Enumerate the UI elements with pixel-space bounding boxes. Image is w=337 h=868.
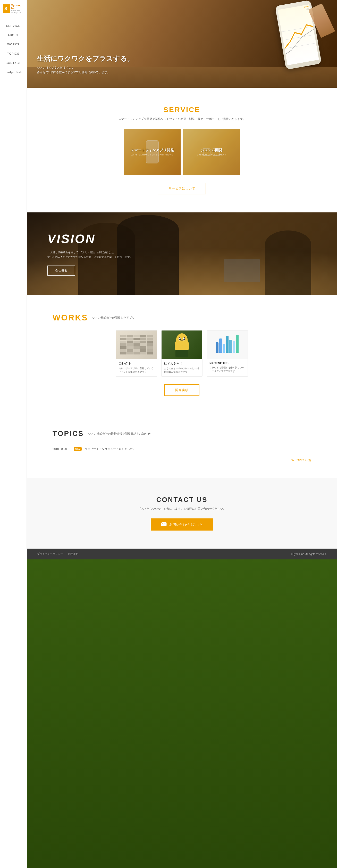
footer-links: プライバシーポリシー 利用規約: [37, 552, 78, 556]
work-card-yuzukasha-img: [162, 331, 202, 359]
topic-item: 2018.08.20 NEW ウェブサイトをリニューアルしました。: [53, 444, 311, 454]
topic-date: 2018.08.20: [53, 447, 71, 451]
topics-list: 2018.08.20 NEW ウェブサイトをリニューアルしました。: [53, 444, 311, 454]
logo-text: Synon, Inc. Works with Smartphone: [11, 4, 24, 13]
vision-text: 「人材と技術革新を通じて、"文化・言語・組域を超えた、 すべての人々の生活が豊か…: [47, 250, 132, 259]
service-card-smartphone-title: スマートフォンアプリ開発: [131, 148, 174, 153]
service-card-smartphone-en: APPLICATIONS FOR SMARTPHONE: [131, 154, 173, 156]
service-card-system-title: システム開発: [201, 148, 222, 153]
topics-header: TOPICS シノン株式会社の最新情報や開発日記をお知らせ: [53, 430, 311, 438]
nav-topics[interactable]: TOPICS: [0, 49, 27, 58]
works-cards: コレクト カレンダーアプリに登録しているイベントを集計するアプリ: [53, 330, 311, 377]
works-header: WORKS シノン株式会社が開発したアプリ: [53, 313, 311, 322]
contact-section: CONTACT US 「あったらいいな」を形にします。お気軽にお問い合わせくださ…: [27, 478, 337, 549]
main-content: 19,060 1,0.55 生活にワクワクをプラスする。 シノンはビジネスだけで…: [27, 0, 337, 559]
service-cards: スマートフォンアプリ開発 APPLICATIONS FOR SMARTPHONE…: [53, 129, 311, 175]
logo-company-name: Synon, Inc.: [11, 4, 24, 10]
work-pacenotes-name: PACENOTES: [209, 362, 245, 365]
service-card-smartphone[interactable]: スマートフォンアプリ開発 APPLICATIONS FOR SMARTPHONE: [124, 129, 180, 175]
contact-button[interactable]: お問い合わせはこちら: [151, 519, 213, 531]
nav-about[interactable]: ABOUT: [0, 30, 27, 40]
vision-laptop: [224, 259, 260, 282]
work-card-collecte[interactable]: コレクト カレンダーアプリに登録しているイベントを集計するアプリ: [116, 330, 157, 377]
works-subtitle: シノン株式会社が開発したアプリ: [92, 316, 135, 320]
topics-section: TOPICS シノン株式会社の最新情報や開発日記をお知らせ 2018.08.20…: [27, 414, 337, 478]
service-card-smartphone-overlay: スマートフォンアプリ開発 APPLICATIONS FOR SMARTPHONE: [124, 129, 180, 175]
hero-section: 19,060 1,0.55 生活にワクワクをプラスする。 シノンはビジネスだけで…: [27, 0, 337, 88]
service-card-system-overlay: システム開発 SYSTEM DEVELOPMENT: [183, 129, 240, 175]
footer-copyright: ©Synon,Inc. All rights reserved.: [291, 553, 327, 556]
vision-section: VISION 「人材と技術革新を通じて、"文化・言語・組域を超えた、 すべての人…: [27, 212, 337, 295]
work-collecte-desc: カレンダーアプリに登録しているイベントを集計するアプリ: [119, 367, 154, 374]
contact-button-label: お問い合わせはこちら: [169, 522, 203, 527]
logo-icon: S: [3, 4, 10, 12]
footer-terms-link[interactable]: 利用規約: [68, 552, 78, 556]
svg-point-6: [179, 339, 181, 340]
topics-title: TOPICS: [53, 430, 84, 438]
hero-title: 生活にワクワクをプラスする。: [37, 54, 134, 63]
footer: プライバシーポリシー 利用規約 ©Synon,Inc. All rights r…: [27, 549, 337, 559]
nav-works[interactable]: WORKS: [0, 40, 27, 49]
bar-chart-bar: [233, 341, 235, 353]
sidebar-nav: SERVICE ABOUT WORKS TOPICS CONTACT mailp…: [0, 21, 27, 77]
work-card-pacenotes-img: [207, 331, 247, 359]
footer-privacy-link[interactable]: プライバシーポリシー: [37, 552, 63, 556]
works-button-wrap: 開発実績: [53, 384, 311, 396]
bar-chart: [215, 336, 240, 354]
hero-subtitle: シノンはビジネスだけでなく みんなの"日常"を豊かにするアプリ開発に努めています…: [37, 65, 134, 75]
contact-title: CONTACT US: [53, 496, 311, 504]
hero-text: 生活にワクワクをプラスする。 シノンはビジネスだけでなく みんなの"日常"を豊か…: [37, 54, 134, 75]
contact-subtitle: 「あったらいいな」を形にします。お気軽にお問い合わせください。: [53, 507, 311, 511]
work-card-collecte-img: [116, 331, 157, 359]
svg-text:S: S: [4, 6, 7, 11]
vision-button[interactable]: 会社概要: [47, 266, 75, 276]
vision-person-3: [265, 230, 311, 295]
work-card-collecte-body: コレクト カレンダーアプリに登録しているイベントを集計するアプリ: [116, 359, 157, 376]
bar-chart-bar: [219, 339, 222, 353]
bar-chart-bar: [236, 335, 239, 353]
work-card-pacenotes[interactable]: PACENOTES クラウドで管理する全く新しいバックオフィスアプリです: [207, 330, 248, 377]
topics-subtitle: シノン株式会社の最新情報や開発日記をお知らせ: [88, 432, 150, 436]
topics-more-link[interactable]: ≫ TOPICS一覧: [53, 458, 311, 462]
service-title: SERVICE: [53, 106, 311, 114]
logo: S Synon, Inc. Works with Smartphone: [3, 4, 24, 13]
work-card-yuzukasha-body: ゆずカシャ！ たきのみちゆずのフレームと一緒に写真が撮れるアプリ: [162, 359, 202, 376]
bar-chart-bar: [216, 342, 218, 353]
svg-point-3: [176, 333, 188, 346]
service-button-wrap: サービスについて: [53, 183, 311, 194]
work-yuzukasha-name: ゆずカシャ！: [164, 362, 200, 366]
bar-chart-bar: [229, 340, 232, 353]
contact-button-wrap: お問い合わせはこちら: [53, 519, 311, 531]
nav-contact[interactable]: CONTACT: [0, 58, 27, 67]
service-subtitle: スマートフォンアプリ開発や業務ソフトウェアの企画・開発・販売・サポートをご提供い…: [53, 117, 311, 121]
work-collecte-name: コレクト: [119, 362, 154, 366]
works-title: WORKS: [53, 313, 88, 322]
topic-text: ウェブサイトをリニューアルしました。: [85, 447, 136, 451]
work-pacenotes-desc: クラウドで管理する全く新しいバックオフィスアプリです: [209, 366, 245, 373]
svg-rect-10: [175, 350, 188, 357]
service-section: SERVICE スマートフォンアプリ開発や業務ソフトウェアの企画・開発・販売・サ…: [27, 88, 337, 212]
service-button[interactable]: サービスについて: [158, 183, 206, 194]
nav-service[interactable]: SERVICE: [0, 21, 27, 30]
vision-content: VISION 「人材と技術革新を通じて、"文化・言語・組域を超えた、 すべての人…: [47, 232, 132, 276]
work-card-yuzukasha[interactable]: ゆずカシャ！ たきのみちゆずのフレームと一緒に写真が撮れるアプリ: [161, 330, 203, 377]
nav-mailpublish[interactable]: mailpublish: [0, 67, 27, 77]
bar-chart-bar: [223, 344, 225, 353]
service-card-system-en: SYSTEM DEVELOPMENT: [197, 154, 226, 156]
topic-badge: NEW: [74, 447, 82, 451]
work-yuzukasha-desc: たきのみちゆずのフレームと一緒に写真が撮れるアプリ: [164, 367, 200, 374]
works-section: WORKS シノン株式会社が開発したアプリ: [27, 295, 337, 414]
logo-tagline: Works with Smartphone: [11, 10, 24, 13]
svg-point-7: [183, 339, 185, 340]
envelope-icon: [161, 522, 167, 527]
service-card-system[interactable]: システム開発 SYSTEM DEVELOPMENT: [183, 129, 240, 175]
works-button[interactable]: 開発実績: [164, 384, 199, 396]
vision-title: VISION: [47, 232, 132, 246]
work-card-pacenotes-body: PACENOTES クラウドで管理する全く新しいバックオフィスアプリです: [207, 359, 247, 376]
sidebar: S Synon, Inc. Works with Smartphone SERV…: [0, 0, 27, 559]
bar-chart-bar: [226, 336, 229, 353]
